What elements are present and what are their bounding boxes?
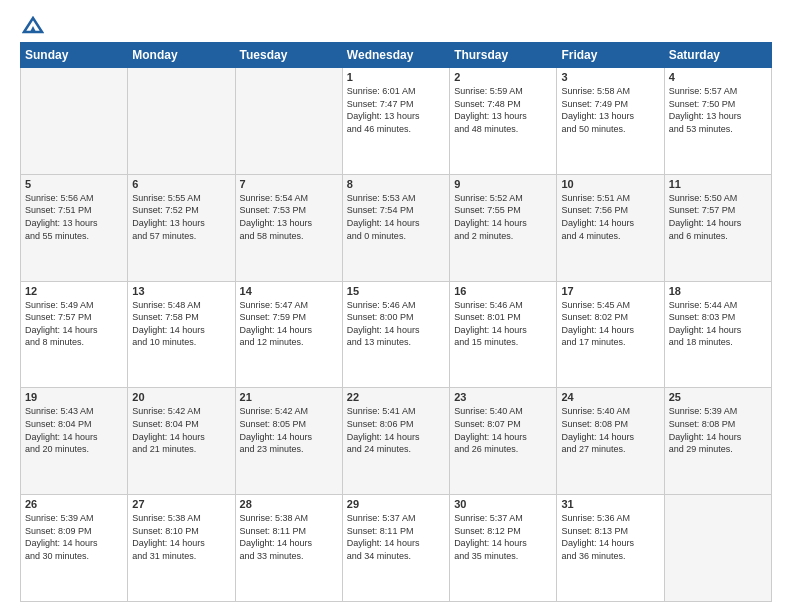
- day-detail: Sunrise: 5:36 AM Sunset: 8:13 PM Dayligh…: [561, 512, 659, 562]
- day-detail: Sunrise: 5:39 AM Sunset: 8:09 PM Dayligh…: [25, 512, 123, 562]
- page: SundayMondayTuesdayWednesdayThursdayFrid…: [0, 0, 792, 612]
- calendar-day-8: 8Sunrise: 5:53 AM Sunset: 7:54 PM Daylig…: [342, 174, 449, 281]
- calendar-day-9: 9Sunrise: 5:52 AM Sunset: 7:55 PM Daylig…: [450, 174, 557, 281]
- calendar-day-empty: [21, 68, 128, 175]
- calendar-day-18: 18Sunrise: 5:44 AM Sunset: 8:03 PM Dayli…: [664, 281, 771, 388]
- day-number: 14: [240, 285, 338, 297]
- day-number: 7: [240, 178, 338, 190]
- day-detail: Sunrise: 5:40 AM Sunset: 8:08 PM Dayligh…: [561, 405, 659, 455]
- calendar-day-5: 5Sunrise: 5:56 AM Sunset: 7:51 PM Daylig…: [21, 174, 128, 281]
- day-number: 3: [561, 71, 659, 83]
- day-detail: Sunrise: 5:55 AM Sunset: 7:52 PM Dayligh…: [132, 192, 230, 242]
- day-number: 17: [561, 285, 659, 297]
- calendar-table: SundayMondayTuesdayWednesdayThursdayFrid…: [20, 42, 772, 602]
- calendar-week-1: 1Sunrise: 6:01 AM Sunset: 7:47 PM Daylig…: [21, 68, 772, 175]
- calendar-day-27: 27Sunrise: 5:38 AM Sunset: 8:10 PM Dayli…: [128, 495, 235, 602]
- calendar-header-friday: Friday: [557, 43, 664, 68]
- day-number: 21: [240, 391, 338, 403]
- calendar-day-13: 13Sunrise: 5:48 AM Sunset: 7:58 PM Dayli…: [128, 281, 235, 388]
- day-number: 1: [347, 71, 445, 83]
- calendar-week-2: 5Sunrise: 5:56 AM Sunset: 7:51 PM Daylig…: [21, 174, 772, 281]
- day-detail: Sunrise: 5:44 AM Sunset: 8:03 PM Dayligh…: [669, 299, 767, 349]
- day-detail: Sunrise: 5:43 AM Sunset: 8:04 PM Dayligh…: [25, 405, 123, 455]
- calendar-header-monday: Monday: [128, 43, 235, 68]
- day-number: 31: [561, 498, 659, 510]
- day-detail: Sunrise: 5:38 AM Sunset: 8:10 PM Dayligh…: [132, 512, 230, 562]
- calendar-day-24: 24Sunrise: 5:40 AM Sunset: 8:08 PM Dayli…: [557, 388, 664, 495]
- day-number: 22: [347, 391, 445, 403]
- day-number: 26: [25, 498, 123, 510]
- calendar-day-26: 26Sunrise: 5:39 AM Sunset: 8:09 PM Dayli…: [21, 495, 128, 602]
- calendar-day-12: 12Sunrise: 5:49 AM Sunset: 7:57 PM Dayli…: [21, 281, 128, 388]
- calendar-day-empty: [664, 495, 771, 602]
- day-detail: Sunrise: 5:49 AM Sunset: 7:57 PM Dayligh…: [25, 299, 123, 349]
- calendar-day-16: 16Sunrise: 5:46 AM Sunset: 8:01 PM Dayli…: [450, 281, 557, 388]
- day-number: 18: [669, 285, 767, 297]
- day-number: 25: [669, 391, 767, 403]
- day-detail: Sunrise: 5:54 AM Sunset: 7:53 PM Dayligh…: [240, 192, 338, 242]
- calendar-header-tuesday: Tuesday: [235, 43, 342, 68]
- calendar-day-14: 14Sunrise: 5:47 AM Sunset: 7:59 PM Dayli…: [235, 281, 342, 388]
- svg-marker-1: [30, 26, 36, 32]
- day-detail: Sunrise: 5:46 AM Sunset: 8:01 PM Dayligh…: [454, 299, 552, 349]
- day-detail: Sunrise: 5:37 AM Sunset: 8:12 PM Dayligh…: [454, 512, 552, 562]
- calendar-day-21: 21Sunrise: 5:42 AM Sunset: 8:05 PM Dayli…: [235, 388, 342, 495]
- calendar-header-sunday: Sunday: [21, 43, 128, 68]
- calendar-day-3: 3Sunrise: 5:58 AM Sunset: 7:49 PM Daylig…: [557, 68, 664, 175]
- day-number: 6: [132, 178, 230, 190]
- top-bar: [20, 16, 772, 34]
- day-number: 23: [454, 391, 552, 403]
- day-number: 10: [561, 178, 659, 190]
- day-detail: Sunrise: 5:37 AM Sunset: 8:11 PM Dayligh…: [347, 512, 445, 562]
- calendar-day-11: 11Sunrise: 5:50 AM Sunset: 7:57 PM Dayli…: [664, 174, 771, 281]
- calendar-day-17: 17Sunrise: 5:45 AM Sunset: 8:02 PM Dayli…: [557, 281, 664, 388]
- day-detail: Sunrise: 5:39 AM Sunset: 8:08 PM Dayligh…: [669, 405, 767, 455]
- day-detail: Sunrise: 5:59 AM Sunset: 7:48 PM Dayligh…: [454, 85, 552, 135]
- day-number: 13: [132, 285, 230, 297]
- day-number: 11: [669, 178, 767, 190]
- day-detail: Sunrise: 5:48 AM Sunset: 7:58 PM Dayligh…: [132, 299, 230, 349]
- day-number: 15: [347, 285, 445, 297]
- day-number: 9: [454, 178, 552, 190]
- day-number: 4: [669, 71, 767, 83]
- day-detail: Sunrise: 5:42 AM Sunset: 8:05 PM Dayligh…: [240, 405, 338, 455]
- calendar-header-wednesday: Wednesday: [342, 43, 449, 68]
- calendar-day-7: 7Sunrise: 5:54 AM Sunset: 7:53 PM Daylig…: [235, 174, 342, 281]
- calendar-day-25: 25Sunrise: 5:39 AM Sunset: 8:08 PM Dayli…: [664, 388, 771, 495]
- day-number: 24: [561, 391, 659, 403]
- calendar-day-4: 4Sunrise: 5:57 AM Sunset: 7:50 PM Daylig…: [664, 68, 771, 175]
- day-detail: Sunrise: 5:42 AM Sunset: 8:04 PM Dayligh…: [132, 405, 230, 455]
- day-detail: Sunrise: 5:51 AM Sunset: 7:56 PM Dayligh…: [561, 192, 659, 242]
- calendar-header-saturday: Saturday: [664, 43, 771, 68]
- logo: [20, 16, 44, 34]
- day-number: 2: [454, 71, 552, 83]
- calendar-day-29: 29Sunrise: 5:37 AM Sunset: 8:11 PM Dayli…: [342, 495, 449, 602]
- calendar-day-22: 22Sunrise: 5:41 AM Sunset: 8:06 PM Dayli…: [342, 388, 449, 495]
- day-number: 29: [347, 498, 445, 510]
- day-detail: Sunrise: 5:57 AM Sunset: 7:50 PM Dayligh…: [669, 85, 767, 135]
- calendar-header-row: SundayMondayTuesdayWednesdayThursdayFrid…: [21, 43, 772, 68]
- calendar-day-6: 6Sunrise: 5:55 AM Sunset: 7:52 PM Daylig…: [128, 174, 235, 281]
- logo-icon: [22, 16, 44, 34]
- day-detail: Sunrise: 5:46 AM Sunset: 8:00 PM Dayligh…: [347, 299, 445, 349]
- calendar-day-31: 31Sunrise: 5:36 AM Sunset: 8:13 PM Dayli…: [557, 495, 664, 602]
- calendar-day-10: 10Sunrise: 5:51 AM Sunset: 7:56 PM Dayli…: [557, 174, 664, 281]
- calendar-day-15: 15Sunrise: 5:46 AM Sunset: 8:00 PM Dayli…: [342, 281, 449, 388]
- day-detail: Sunrise: 5:38 AM Sunset: 8:11 PM Dayligh…: [240, 512, 338, 562]
- calendar-day-1: 1Sunrise: 6:01 AM Sunset: 7:47 PM Daylig…: [342, 68, 449, 175]
- day-number: 16: [454, 285, 552, 297]
- day-detail: Sunrise: 5:47 AM Sunset: 7:59 PM Dayligh…: [240, 299, 338, 349]
- calendar-day-19: 19Sunrise: 5:43 AM Sunset: 8:04 PM Dayli…: [21, 388, 128, 495]
- day-detail: Sunrise: 5:56 AM Sunset: 7:51 PM Dayligh…: [25, 192, 123, 242]
- day-number: 19: [25, 391, 123, 403]
- day-detail: Sunrise: 5:40 AM Sunset: 8:07 PM Dayligh…: [454, 405, 552, 455]
- day-number: 27: [132, 498, 230, 510]
- calendar-day-2: 2Sunrise: 5:59 AM Sunset: 7:48 PM Daylig…: [450, 68, 557, 175]
- day-detail: Sunrise: 5:53 AM Sunset: 7:54 PM Dayligh…: [347, 192, 445, 242]
- day-number: 5: [25, 178, 123, 190]
- day-detail: Sunrise: 5:58 AM Sunset: 7:49 PM Dayligh…: [561, 85, 659, 135]
- day-number: 12: [25, 285, 123, 297]
- calendar-day-23: 23Sunrise: 5:40 AM Sunset: 8:07 PM Dayli…: [450, 388, 557, 495]
- day-number: 20: [132, 391, 230, 403]
- day-detail: Sunrise: 5:50 AM Sunset: 7:57 PM Dayligh…: [669, 192, 767, 242]
